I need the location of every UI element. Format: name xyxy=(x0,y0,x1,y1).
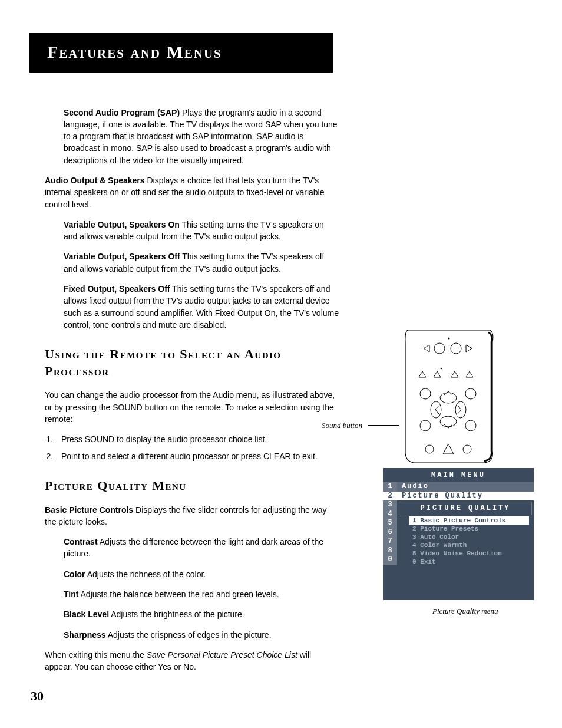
svg-point-7 xyxy=(441,368,442,370)
menu-sub-0: 0 Exit xyxy=(409,558,529,566)
menu-subtitle: PICTURE QUALITY xyxy=(399,502,532,515)
remote-caption: Sound button xyxy=(322,420,362,431)
remote-step-1: Press SOUND to display the audio process… xyxy=(55,433,339,445)
remote-icon xyxy=(403,330,494,463)
menu-sub-4: 4 Color Warmth xyxy=(409,541,529,549)
menu-sub-5: 5 Video Noise Reduction xyxy=(409,549,529,558)
menu-top-audio: Audio xyxy=(397,482,534,492)
variable-off-term: Variable Output, Speakers Off xyxy=(64,252,180,261)
menu-sub-1: 1 Basic Picture Controls xyxy=(409,516,529,525)
page-header-bar: Features and Menus xyxy=(29,33,333,73)
page-number: 30 xyxy=(31,687,44,706)
tint-term: Tint xyxy=(64,589,78,599)
tint-paragraph: Tint Adjusts the balance between the red… xyxy=(64,588,339,600)
tint-text: Adjusts the balance between the red and … xyxy=(78,589,279,599)
heading-picture-quality: Picture Quality Menu xyxy=(45,477,339,495)
remote-steps-list: Press SOUND to display the audio process… xyxy=(55,433,339,462)
contrast-term: Contrast xyxy=(64,537,98,546)
menu-num-3: 3 xyxy=(383,500,397,510)
exit-paragraph: When exiting this menu the Save Personal… xyxy=(45,649,339,673)
variable-off-paragraph: Variable Output, Speakers Off This setti… xyxy=(64,251,339,275)
menu-title: MAIN MENU xyxy=(383,468,534,483)
exit-text-b: Save Personal Picture Preset Choice List xyxy=(147,650,297,660)
variable-on-paragraph: Variable Output, Speakers On This settin… xyxy=(64,219,339,243)
sap-paragraph: Second Audio Program (SAP) Plays the pro… xyxy=(64,107,339,166)
menu-num-1: 1 xyxy=(383,482,397,492)
remote-intro: You can change the audio processor from … xyxy=(45,389,339,425)
color-term: Color xyxy=(64,569,85,579)
menu-box: MAIN MENU 1 2 3 4 5 6 7 8 0 Audio Pictur… xyxy=(383,468,534,600)
menu-num-0: 0 xyxy=(383,555,397,565)
contrast-text: Adjusts the difference between the light… xyxy=(64,537,323,558)
menu-caption: Picture Quality menu xyxy=(432,606,534,617)
menu-sub-items: 1 Basic Picture Controls 2 Picture Prese… xyxy=(409,516,529,566)
menu-sub-2: 2 Picture Presets xyxy=(409,525,529,533)
menu-numbers-column: 1 2 3 4 5 6 7 8 0 xyxy=(383,482,397,565)
black-level-term: Black Level xyxy=(64,610,109,619)
main-content: Second Audio Program (SAP) Plays the pro… xyxy=(45,107,339,673)
menu-sub-3: 3 Auto Color xyxy=(409,533,529,541)
menu-top-picture-quality: Picture Quality xyxy=(397,492,534,501)
picture-intro-term: Basic Picture Controls xyxy=(45,505,133,515)
sharpness-paragraph: Sharpness Adjusts the crispness of edges… xyxy=(64,629,339,641)
color-paragraph: Color Adjusts the richness of the color. xyxy=(64,568,339,580)
heading-remote-audio: Using the Remote to Select an Audio Proc… xyxy=(45,346,339,380)
menu-num-5: 5 xyxy=(383,519,397,528)
caption-leader-line xyxy=(368,425,399,426)
black-level-paragraph: Black Level Adjusts the brightness of th… xyxy=(64,608,339,620)
fixed-off-term: Fixed Output, Speakers Off xyxy=(64,284,170,294)
menu-num-8: 8 xyxy=(383,546,397,556)
picture-intro-paragraph: Basic Picture Controls Displays the five… xyxy=(45,504,339,528)
exit-text-a: When exiting this menu the xyxy=(45,650,147,660)
svg-point-0 xyxy=(448,338,450,340)
contrast-paragraph: Contrast Adjusts the difference between … xyxy=(64,536,339,560)
menu-num-4: 4 xyxy=(383,510,397,519)
audio-output-paragraph: Audio Output & Speakers Displays a choic… xyxy=(45,174,339,210)
fixed-off-paragraph: Fixed Output, Speakers Off This setting … xyxy=(64,283,339,331)
menu-top-items: Audio Picture Quality xyxy=(397,482,534,500)
remote-illustration: Sound button xyxy=(373,330,527,466)
menu-num-6: 6 xyxy=(383,528,397,538)
color-text: Adjusts the richness of the color. xyxy=(85,569,206,579)
variable-on-term: Variable Output, Speakers On xyxy=(64,220,180,229)
sharpness-term: Sharpness xyxy=(64,630,106,640)
menu-illustration: MAIN MENU 1 2 3 4 5 6 7 8 0 Audio Pictur… xyxy=(383,468,534,617)
remote-step-2: Point to and select a different audio pr… xyxy=(55,450,339,462)
sap-term: Second Audio Program (SAP) xyxy=(64,108,180,117)
menu-num-2: 2 xyxy=(383,492,397,501)
black-level-text: Adjusts the brightness of the picture. xyxy=(109,610,244,619)
menu-num-7: 7 xyxy=(383,537,397,546)
sharpness-text: Adjusts the crispness of edges in the pi… xyxy=(106,630,272,640)
audio-output-term: Audio Output & Speakers xyxy=(45,176,145,185)
